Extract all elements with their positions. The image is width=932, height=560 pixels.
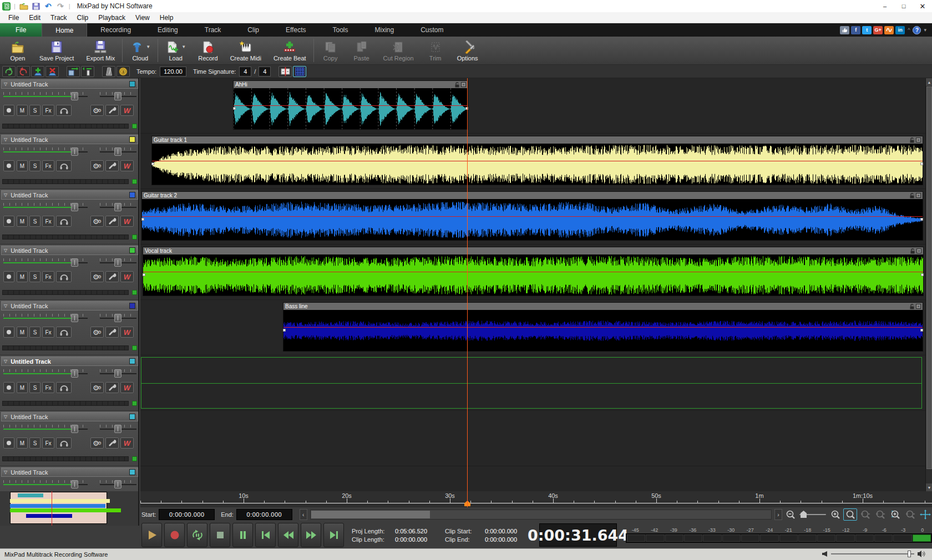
save-icon[interactable] bbox=[31, 2, 41, 11]
collapse-chevron-icon[interactable]: ▽ bbox=[4, 414, 7, 419]
fx-button[interactable]: Fx bbox=[42, 160, 54, 171]
tab-track[interactable]: Track bbox=[191, 23, 235, 37]
collapse-chevron-icon[interactable]: ▽ bbox=[4, 192, 7, 197]
pan-slider-handle[interactable] bbox=[114, 314, 121, 322]
undo-clip-icon[interactable] bbox=[2, 66, 16, 77]
clip-close-icon[interactable]: × bbox=[461, 82, 466, 87]
tab-custom[interactable]: Custom bbox=[407, 23, 457, 37]
scroll-right-icon[interactable]: › bbox=[774, 509, 782, 520]
audio-clip-ahhi[interactable]: AhHi× bbox=[233, 80, 468, 130]
audio-clip-guitar-track-2[interactable]: Guitar track 2× bbox=[141, 191, 923, 241]
vertical-scrollbar-thumb[interactable] bbox=[926, 86, 932, 469]
redo-clip-icon[interactable] bbox=[17, 66, 30, 77]
scroll-left-icon[interactable]: ‹ bbox=[300, 509, 307, 520]
zoom-vertical-icon[interactable] bbox=[888, 508, 902, 521]
fx-button[interactable]: Fx bbox=[42, 437, 54, 449]
track-color-chip[interactable] bbox=[129, 358, 135, 364]
clip-close-icon[interactable]: × bbox=[916, 193, 921, 198]
track-color-chip[interactable] bbox=[129, 414, 135, 420]
expand-caret-icon[interactable]: ^ bbox=[908, 27, 910, 33]
stop-button[interactable] bbox=[210, 523, 230, 547]
clip-lock-icon[interactable] bbox=[910, 304, 914, 309]
scroll-follow-icon[interactable] bbox=[918, 508, 932, 521]
track-color-chip[interactable] bbox=[129, 469, 135, 475]
cloud-button[interactable]: ▼Cloud bbox=[124, 37, 156, 64]
track-effects-gears-icon[interactable]: ⚙⚙ bbox=[90, 105, 104, 116]
monitor-headphones-icon[interactable] bbox=[56, 160, 72, 171]
clip-header[interactable]: Bass line× bbox=[283, 303, 923, 310]
record-button[interactable] bbox=[164, 523, 185, 547]
clip-shift-right-icon[interactable] bbox=[67, 66, 80, 77]
horizontal-scrollbar[interactable] bbox=[310, 510, 772, 520]
undo-icon[interactable]: ↶ bbox=[43, 2, 53, 11]
collapse-chevron-icon[interactable]: ▽ bbox=[4, 137, 7, 142]
fx-button[interactable]: Fx bbox=[42, 216, 54, 227]
collapse-chevron-icon[interactable]: ▽ bbox=[4, 470, 7, 475]
solo-button[interactable]: S bbox=[29, 271, 40, 282]
track-effects-gears-icon[interactable]: ⚙⚙ bbox=[90, 327, 104, 338]
fx-button[interactable]: Fx bbox=[42, 327, 54, 338]
arm-record-button[interactable] bbox=[3, 327, 14, 338]
collapse-chevron-icon[interactable]: ▽ bbox=[4, 359, 7, 364]
track-eq-icon[interactable]: W bbox=[120, 160, 134, 171]
scroll-up-arrow[interactable]: ▲ bbox=[926, 78, 932, 86]
loop-button[interactable] bbox=[187, 523, 207, 547]
track-effects-gears-icon[interactable]: ⚙⚙ bbox=[90, 271, 104, 282]
tab-mixing[interactable]: Mixing bbox=[361, 23, 407, 37]
track-effects-gears-icon[interactable]: ⚙⚙ bbox=[90, 437, 104, 449]
clip-close-icon[interactable]: × bbox=[916, 248, 921, 253]
create-midi-button[interactable]: Create Midi bbox=[224, 37, 267, 64]
mute-button[interactable]: M bbox=[17, 271, 28, 282]
solo-button[interactable]: S bbox=[29, 327, 40, 338]
track-panel-header[interactable]: ▽Untitled Track bbox=[1, 79, 138, 89]
track-lane-3[interactable]: Guitar track 2× bbox=[140, 189, 925, 245]
rewind-button[interactable] bbox=[278, 523, 298, 547]
redo-icon[interactable]: ↷ bbox=[55, 2, 65, 11]
track-tools-wrench-icon[interactable] bbox=[105, 216, 119, 227]
options-button[interactable]: Options bbox=[451, 37, 484, 64]
load-button[interactable]: ▼Load bbox=[159, 37, 192, 64]
monitor-headphones-icon[interactable] bbox=[56, 216, 72, 227]
solo-button[interactable]: S bbox=[29, 216, 40, 227]
arm-record-button[interactable] bbox=[3, 105, 14, 116]
solo-button[interactable]: S bbox=[29, 382, 40, 393]
fx-button[interactable]: Fx bbox=[42, 382, 54, 393]
solo-button[interactable]: S bbox=[29, 160, 40, 171]
fade-handle-right[interactable] bbox=[920, 329, 923, 332]
monitor-headphones-icon[interactable] bbox=[56, 437, 72, 449]
create-beat-button[interactable]: Create Beat bbox=[267, 37, 312, 64]
timeline-ruler[interactable]: 10s20s30s40s50s1m1m:10s bbox=[140, 491, 932, 507]
tab-clip[interactable]: Clip bbox=[234, 23, 272, 37]
track-lane-2[interactable]: Guitar track 1× bbox=[140, 134, 925, 189]
solo-button[interactable]: S bbox=[29, 437, 40, 449]
track-tools-wrench-icon[interactable] bbox=[105, 160, 119, 171]
fade-handle-left[interactable] bbox=[283, 329, 286, 332]
add-clip-icon[interactable] bbox=[31, 66, 44, 77]
track-color-chip[interactable] bbox=[129, 247, 135, 253]
clip-lock-icon[interactable] bbox=[910, 138, 914, 143]
master-volume-control[interactable] bbox=[822, 551, 925, 557]
track-tools-wrench-icon[interactable] bbox=[105, 327, 119, 338]
track-lane-4[interactable]: Vocal track× bbox=[140, 245, 925, 300]
tempo-field[interactable]: 120.00 bbox=[160, 67, 186, 77]
monitor-headphones-icon[interactable] bbox=[56, 327, 72, 338]
waveform-area[interactable]: AhHi×Guitar track 1×Guitar track 2×Vocal… bbox=[140, 78, 925, 491]
dropdown-arrow-icon[interactable]: ▼ bbox=[181, 44, 186, 49]
start-time-field[interactable]: 0:00:00.000 bbox=[159, 509, 215, 520]
tab-effects[interactable]: Effects bbox=[272, 23, 319, 37]
volume-slider-handle[interactable] bbox=[71, 369, 78, 378]
track-panel-header[interactable]: ▽Untitled Track bbox=[1, 135, 138, 144]
audio-clip-vocal-track[interactable]: Vocal track× bbox=[143, 247, 924, 296]
clip-lock-icon[interactable] bbox=[910, 248, 915, 254]
track-color-chip[interactable] bbox=[129, 136, 135, 142]
track-effects-gears-icon[interactable]: ⚙⚙ bbox=[90, 382, 104, 393]
menu-file[interactable]: File bbox=[3, 13, 24, 23]
mute-button[interactable]: M bbox=[17, 216, 28, 227]
tab-recording[interactable]: Recording bbox=[87, 23, 144, 37]
menu-clip[interactable]: Clip bbox=[72, 13, 94, 23]
volume-slider-handle[interactable] bbox=[71, 203, 78, 211]
track-effects-gears-icon[interactable]: ⚙⚙ bbox=[90, 216, 104, 227]
snap-cursor-icon[interactable] bbox=[278, 66, 292, 77]
zoom-slider-handle[interactable] bbox=[801, 511, 807, 518]
delete-clip-icon[interactable] bbox=[45, 66, 59, 77]
